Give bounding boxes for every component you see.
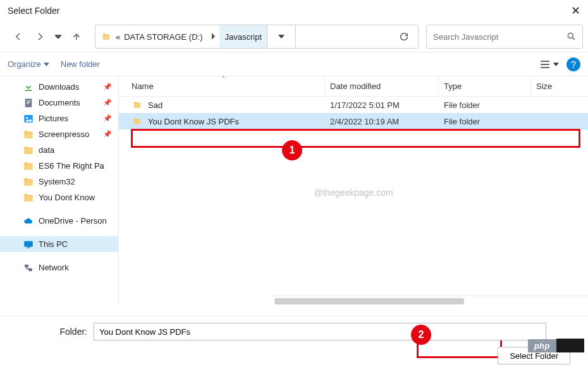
file-type: File folder xyxy=(439,117,531,126)
network-icon xyxy=(23,262,34,274)
file-date: 1/17/2022 5:01 PM xyxy=(325,100,439,110)
up-button[interactable] xyxy=(67,27,86,47)
sidebar-item-downloads[interactable]: Downloads📌 xyxy=(0,79,118,95)
file-row[interactable]: Sad 1/17/2022 5:01 PM File folder xyxy=(119,97,588,113)
sidebar-item-data[interactable]: data xyxy=(0,142,118,158)
main-area: Downloads📌 Documents📌 Pictures📌 Screenpr… xyxy=(0,76,588,306)
search-icon[interactable] xyxy=(566,31,576,43)
annotation-badge-2: 2 xyxy=(411,325,431,345)
folder-icon xyxy=(132,100,143,109)
sidebar-item-label: OneDrive - Person xyxy=(39,216,107,226)
sidebar-item-this-pc[interactable]: This PC xyxy=(0,236,118,252)
column-date[interactable]: Date modified xyxy=(325,76,439,96)
pin-icon: 📌 xyxy=(103,130,112,138)
sidebar-item-label: This PC xyxy=(39,239,68,249)
file-list: Name˄ Date modified Type Size Sad 1/17/2… xyxy=(119,76,588,306)
horizontal-scrollbar[interactable] xyxy=(271,296,588,306)
new-folder-button[interactable]: New folder xyxy=(61,59,100,69)
column-size[interactable]: Size xyxy=(531,76,569,96)
php-watermark: php xyxy=(528,339,584,352)
sidebar-item-label: Screenpresso xyxy=(39,129,89,139)
sidebar-item-screenpresso[interactable]: Screenpresso📌 xyxy=(0,126,118,142)
file-name: You Dont Know JS PDFs xyxy=(148,117,239,126)
sidebar-item-onedrive[interactable]: OneDrive - Person xyxy=(0,213,118,229)
sidebar-item-ydkjs[interactable]: You Dont Know xyxy=(0,190,118,205)
scrollbar-thumb[interactable] xyxy=(274,298,464,304)
breadcrumb-current[interactable]: Javascript xyxy=(219,25,267,48)
address-dropdown[interactable] xyxy=(267,25,296,48)
breadcrumb-root[interactable]: « DATA STORAGE (D:) xyxy=(95,25,207,48)
sidebar-item-label: Pictures xyxy=(39,114,68,123)
forward-button[interactable] xyxy=(30,27,49,47)
sidebar-item-es6[interactable]: ES6 The Right Pa xyxy=(0,158,118,174)
help-button[interactable]: ? xyxy=(567,57,580,71)
refresh-button[interactable] xyxy=(389,25,418,48)
sidebar: Downloads📌 Documents📌 Pictures📌 Screenpr… xyxy=(0,76,119,306)
column-headers: Name˄ Date modified Type Size xyxy=(119,76,588,97)
column-name[interactable]: Name˄ xyxy=(119,76,325,96)
search-box[interactable] xyxy=(426,25,583,49)
folder-field-label: Folder: xyxy=(9,327,87,337)
history-dropdown[interactable] xyxy=(52,27,64,47)
footer: Folder: Select Folder xyxy=(0,316,588,359)
sidebar-item-label: Network xyxy=(39,263,69,272)
sidebar-item-label: data xyxy=(39,145,54,155)
annotation-badge-1: 1 xyxy=(282,140,302,160)
watermark-text: @thegeekpage.com xyxy=(314,188,393,198)
sidebar-item-label: Documents xyxy=(39,98,80,107)
sidebar-item-documents[interactable]: Documents📌 xyxy=(0,95,118,111)
folder-icon xyxy=(132,117,143,126)
file-date: 2/4/2022 10:19 AM xyxy=(325,117,439,126)
sidebar-item-label: System32 xyxy=(39,177,75,186)
close-icon[interactable]: ✕ xyxy=(571,5,580,16)
file-type: File folder xyxy=(439,100,531,110)
file-name: Sad xyxy=(148,100,162,110)
organize-menu[interactable]: Organize xyxy=(8,59,49,69)
toolbar: Organize New folder ? xyxy=(0,52,588,76)
sidebar-item-system32[interactable]: System32 xyxy=(0,174,118,190)
column-type[interactable]: Type xyxy=(439,76,531,96)
back-button[interactable] xyxy=(9,27,28,47)
sidebar-item-label: ES6 The Right Pa xyxy=(39,161,104,171)
nav-row: « DATA STORAGE (D:) Javascript xyxy=(0,21,588,52)
sidebar-item-network[interactable]: Network xyxy=(0,260,118,275)
sidebar-item-label: Downloads xyxy=(39,82,79,92)
pin-icon: 📌 xyxy=(103,99,112,107)
window-title: Select Folder xyxy=(8,6,59,16)
breadcrumb-root-label: DATA STORAGE (D:) xyxy=(124,32,202,42)
pin-icon: 📌 xyxy=(103,114,112,123)
folder-name-input[interactable] xyxy=(94,323,546,340)
chevron-right-icon[interactable] xyxy=(207,32,219,42)
sidebar-item-pictures[interactable]: Pictures📌 xyxy=(0,111,118,126)
new-folder-label: New folder xyxy=(61,59,100,69)
search-input[interactable] xyxy=(433,32,561,42)
php-label: php xyxy=(528,339,556,352)
sidebar-item-label: You Dont Know xyxy=(39,193,95,202)
breadcrumb-current-label: Javascript xyxy=(224,32,262,42)
address-bar[interactable]: « DATA STORAGE (D:) Javascript xyxy=(95,25,419,49)
title-bar: Select Folder ✕ xyxy=(0,0,588,21)
organize-label: Organize xyxy=(8,59,41,69)
pin-icon: 📌 xyxy=(103,83,112,91)
sort-indicator-icon: ˄ xyxy=(222,75,225,82)
file-row[interactable]: You Dont Know JS PDFs 2/4/2022 10:19 AM … xyxy=(119,113,588,129)
view-menu[interactable] xyxy=(539,60,559,69)
